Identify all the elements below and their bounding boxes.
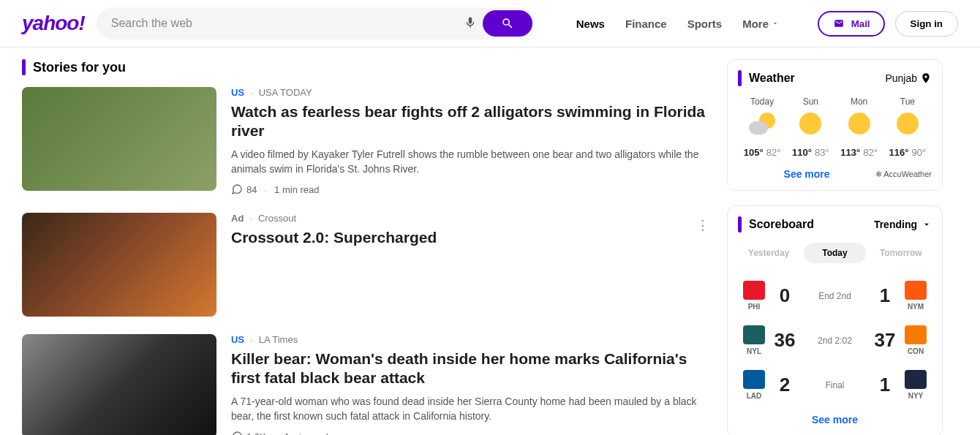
search-button[interactable]	[483, 10, 532, 37]
more-options-icon[interactable]: ⋮	[696, 217, 709, 233]
sun-icon	[835, 113, 883, 140]
team-left: LAD	[738, 370, 770, 400]
location-icon	[920, 72, 932, 84]
mail-icon	[832, 18, 845, 29]
sidebar: Weather Punjab Today105°82° Sun110°83° M…	[727, 59, 943, 435]
team-right: NYY	[900, 370, 932, 400]
location-selector[interactable]: Punjab	[885, 72, 932, 84]
score-left: 36	[770, 329, 799, 352]
story-item[interactable]: US · LA Times Killer bear: Woman's death…	[22, 334, 709, 435]
scoreboard-header: Scoreboard Trending	[738, 216, 932, 232]
search-bar	[97, 7, 535, 39]
team-logo	[743, 370, 765, 389]
game-row[interactable]: LAD2Final1NYY	[738, 363, 932, 407]
team-left: PHI	[738, 281, 770, 311]
weather-forecast: Today105°82° Sun110°83° Mon113°82° Tue11…	[738, 97, 932, 158]
weather-header: Weather Punjab	[738, 70, 932, 86]
story-content: US · LA Times Killer bear: Woman's death…	[231, 334, 709, 435]
sun-icon	[883, 113, 932, 140]
story-description: A video filmed by Kayaker Tyler Futrell …	[231, 147, 709, 177]
story-category[interactable]: US	[231, 87, 244, 98]
weather-day[interactable]: Sun110°83°	[786, 97, 834, 158]
mic-icon[interactable]	[458, 10, 483, 37]
accuweather-attribution: ❄AccuWeather	[875, 170, 932, 179]
scoreboard-card: Scoreboard Trending Yesterday Today Tomo…	[727, 205, 943, 435]
story-thumbnail	[22, 213, 216, 317]
see-more-link[interactable]: See more	[812, 414, 858, 425]
team-right: CON	[900, 325, 932, 355]
team-left: NYL	[738, 325, 770, 355]
score-left: 2	[770, 374, 799, 396]
team-logo	[905, 281, 927, 300]
team-logo	[905, 370, 927, 389]
story-thumbnail	[22, 334, 216, 435]
nav-more[interactable]: More	[742, 18, 779, 30]
team-logo	[743, 325, 765, 344]
story-headline[interactable]: Killer bear: Woman's death inside her ho…	[231, 349, 709, 388]
read-time: 4 min read	[283, 431, 328, 435]
team-right: NYM	[900, 281, 932, 311]
weather-day[interactable]: Mon113°82°	[835, 97, 883, 158]
header: yahoo! News Finance Sports More Mail Sig…	[0, 0, 980, 48]
see-more-link[interactable]: See more	[784, 168, 830, 180]
score-left: 0	[770, 284, 799, 307]
story-description: A 71-year-old woman who was found dead i…	[231, 394, 709, 424]
story-item[interactable]: US · USA TODAY Watch as fearless bear fi…	[22, 87, 709, 195]
story-meta: US · USA TODAY	[231, 87, 709, 98]
story-source: USA TODAY	[259, 87, 312, 98]
story-category[interactable]: US	[231, 334, 244, 345]
game-status: End 2nd	[799, 291, 870, 301]
comment-count[interactable]: 1.6K	[231, 431, 266, 435]
weather-day[interactable]: Tue116°90°	[883, 97, 932, 158]
weather-title: Weather	[749, 72, 795, 85]
story-meta: Ad · Crossout	[231, 213, 709, 224]
mail-button[interactable]: Mail	[818, 11, 885, 37]
day-tabs: Yesterday Today Tomorrow	[738, 243, 932, 263]
story-source: LA Times	[259, 334, 298, 345]
weather-footer: See more ❄AccuWeather	[738, 168, 932, 180]
comment-icon	[231, 184, 243, 195]
score-right: 37	[870, 329, 900, 352]
nav-finance[interactable]: Finance	[625, 18, 667, 30]
sun-icon	[786, 113, 834, 140]
ad-label: Ad	[231, 213, 244, 224]
main-content: Stories for you US · USA TODAY Watch as …	[0, 48, 980, 435]
game-row[interactable]: NYL362nd 2:0237CON	[738, 318, 932, 363]
signin-button[interactable]: Sign in	[895, 11, 958, 37]
game-status: Final	[799, 380, 870, 390]
story-content: US · USA TODAY Watch as fearless bear fi…	[231, 87, 709, 195]
accent-bar	[22, 59, 26, 75]
story-item-ad[interactable]: Ad · Crossout Crossout 2.0: Supercharged…	[22, 213, 709, 317]
nav-news[interactable]: News	[576, 18, 605, 30]
story-thumbnail	[22, 87, 216, 191]
accent-bar	[738, 216, 742, 232]
scoreboard-title: Scoreboard	[749, 218, 814, 231]
story-meta: US · LA Times	[231, 334, 709, 345]
story-stats: 84 · 1 min read	[231, 184, 709, 195]
comment-count[interactable]: 84	[231, 184, 257, 195]
weather-day[interactable]: Today105°82°	[738, 97, 786, 158]
search-input[interactable]	[111, 17, 458, 30]
chevron-down-icon	[772, 20, 779, 27]
score-right: 1	[870, 284, 900, 307]
read-time: 1 min read	[274, 184, 319, 195]
partly-cloudy-icon	[738, 113, 786, 140]
tab-yesterday[interactable]: Yesterday	[738, 243, 799, 263]
story-headline[interactable]: Crossout 2.0: Supercharged	[231, 228, 709, 247]
trending-dropdown[interactable]: Trending	[874, 219, 932, 230]
nav-sports[interactable]: Sports	[687, 18, 723, 30]
stories-title: Stories for you	[22, 59, 709, 75]
story-content: Ad · Crossout Crossout 2.0: Supercharged	[231, 213, 709, 317]
team-logo	[743, 281, 765, 300]
team-logo	[905, 325, 927, 344]
tab-today[interactable]: Today	[804, 243, 865, 263]
tab-tomorrow[interactable]: Tomorrow	[870, 243, 932, 263]
accent-bar	[738, 70, 742, 86]
comment-icon	[231, 431, 243, 435]
weather-card: Weather Punjab Today105°82° Sun110°83° M…	[727, 59, 943, 191]
game-row[interactable]: PHI0End 2nd1NYM	[738, 273, 932, 318]
chevron-down-icon	[921, 219, 932, 230]
header-actions: Mail Sign in	[818, 11, 958, 37]
yahoo-logo[interactable]: yahoo!	[22, 12, 85, 35]
story-headline[interactable]: Watch as fearless bear fights off 2 alli…	[231, 102, 709, 141]
